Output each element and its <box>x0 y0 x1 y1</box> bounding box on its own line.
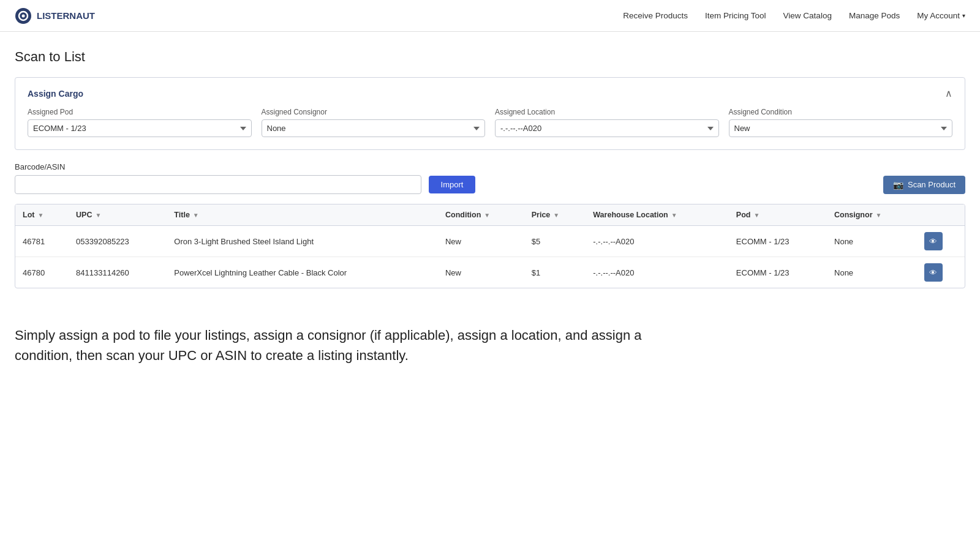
cell-title: PowerXcel Lightning Leather Cable - Blac… <box>167 257 438 288</box>
cell-action: 👁 <box>917 226 965 257</box>
cell-consignor: None <box>827 226 917 257</box>
nav-item-pricing-tool[interactable]: Item Pricing Tool <box>705 11 766 20</box>
assign-cargo-card: Assign Cargo ∧ Assigned Pod ECOMM - 1/23… <box>15 77 965 150</box>
assigned-pod-select[interactable]: ECOMM - 1/23 <box>28 119 252 137</box>
col-price: Price ▼ <box>524 204 586 226</box>
camera-icon: 📷 <box>893 180 903 190</box>
cell-upc: 841133114260 <box>69 257 167 288</box>
chevron-down-icon: ▾ <box>962 12 965 19</box>
barcode-section: Barcode/ASIN Import 📷 Scan Product <box>15 162 965 194</box>
assign-cargo-title[interactable]: Assign Cargo <box>28 89 83 99</box>
cell-title: Oron 3-Light Brushed Steel Island Light <box>167 226 438 257</box>
warehouse-location-filter-icon[interactable]: ▼ <box>671 212 677 219</box>
barcode-label: Barcode/ASIN <box>15 162 965 171</box>
cell-lot: 46781 <box>15 226 69 257</box>
import-button[interactable]: Import <box>429 176 476 193</box>
cell-warehouse_location: -.-.--.--A020 <box>586 226 729 257</box>
cell-upc: 053392085223 <box>69 226 167 257</box>
cargo-card-header: Assign Cargo ∧ <box>28 88 952 99</box>
cell-condition: New <box>438 257 524 288</box>
cell-action: 👁 <box>917 257 965 288</box>
page-content: Scan to List Assign Cargo ∧ Assigned Pod… <box>0 32 980 383</box>
nav-receive-products[interactable]: Receive Products <box>623 11 688 20</box>
table-row: 46781053392085223Oron 3-Light Brushed St… <box>15 226 965 257</box>
col-upc: UPC ▼ <box>69 204 167 226</box>
row-view-button[interactable]: 👁 <box>924 232 943 250</box>
cell-consignor: None <box>827 257 917 288</box>
cell-pod: ECOMM - 1/23 <box>729 257 827 288</box>
cargo-fields: Assigned Pod ECOMM - 1/23 Assigned Consi… <box>28 108 952 137</box>
assigned-consignor-label: Assigned Consignor <box>262 108 486 116</box>
cell-warehouse_location: -.-.--.--A020 <box>586 257 729 288</box>
scan-product-button[interactable]: 📷 Scan Product <box>883 176 965 194</box>
col-warehouse-location: Warehouse Location ▼ <box>586 204 729 226</box>
lot-filter-icon[interactable]: ▼ <box>37 212 43 219</box>
consignor-filter-icon[interactable]: ▼ <box>876 212 882 219</box>
col-lot: Lot ▼ <box>15 204 69 226</box>
assigned-condition-field: Assigned Condition New Used Refurbished <box>729 108 953 137</box>
col-actions <box>917 204 965 226</box>
nav-my-account[interactable]: My Account ▾ <box>917 11 965 20</box>
cell-price: $1 <box>524 257 586 288</box>
assigned-condition-select[interactable]: New Used Refurbished <box>729 119 953 137</box>
assigned-consignor-field: Assigned Consignor None <box>262 108 486 137</box>
assigned-location-select[interactable]: -.-.--.--A020 <box>495 119 719 137</box>
upc-filter-icon[interactable]: ▼ <box>95 212 101 219</box>
nav-links: Receive Products Item Pricing Tool View … <box>623 11 965 20</box>
info-text: Simply assign a pod to file your listing… <box>15 325 688 365</box>
assigned-location-label: Assigned Location <box>495 108 719 116</box>
title-filter-icon[interactable]: ▼ <box>193 212 199 219</box>
price-filter-icon[interactable]: ▼ <box>553 212 559 219</box>
col-consignor: Consignor ▼ <box>827 204 917 226</box>
cell-condition: New <box>438 226 524 257</box>
assigned-consignor-select[interactable]: None <box>262 119 486 137</box>
pod-filter-icon[interactable]: ▼ <box>753 212 760 219</box>
brand-name: LISTERNAUT <box>37 10 95 21</box>
table-header-row: Lot ▼ UPC ▼ Title ▼ <box>15 204 965 226</box>
col-condition: Condition ▼ <box>438 204 524 226</box>
svg-point-2 <box>22 14 25 17</box>
scan-product-label: Scan Product <box>908 180 956 189</box>
assigned-pod-field: Assigned Pod ECOMM - 1/23 <box>28 108 252 137</box>
page-title: Scan to List <box>15 49 965 65</box>
brand-logo-area: LISTERNAUT <box>15 7 95 24</box>
cell-lot: 46780 <box>15 257 69 288</box>
barcode-input[interactable] <box>15 175 421 194</box>
barcode-row: Import 📷 Scan Product <box>15 175 965 194</box>
assigned-location-field: Assigned Location -.-.--.--A020 <box>495 108 719 137</box>
products-table-wrapper: Lot ▼ UPC ▼ Title ▼ <box>15 204 965 288</box>
nav-view-catalog[interactable]: View Catalog <box>783 11 832 20</box>
nav-account-label: My Account <box>917 11 960 20</box>
condition-filter-icon[interactable]: ▼ <box>484 212 490 219</box>
row-view-button[interactable]: 👁 <box>924 263 943 282</box>
collapse-icon[interactable]: ∧ <box>945 88 952 99</box>
assigned-condition-label: Assigned Condition <box>729 108 953 116</box>
products-table: Lot ▼ UPC ▼ Title ▼ <box>15 204 965 288</box>
cell-price: $5 <box>524 226 586 257</box>
col-pod: Pod ▼ <box>729 204 827 226</box>
assigned-pod-label: Assigned Pod <box>28 108 252 116</box>
nav-manage-pods[interactable]: Manage Pods <box>849 11 900 20</box>
col-title: Title ▼ <box>167 204 438 226</box>
table-row: 46780841133114260PowerXcel Lightning Lea… <box>15 257 965 288</box>
cell-pod: ECOMM - 1/23 <box>729 226 827 257</box>
brand-icon <box>15 7 32 24</box>
table-body: 46781053392085223Oron 3-Light Brushed St… <box>15 226 965 288</box>
